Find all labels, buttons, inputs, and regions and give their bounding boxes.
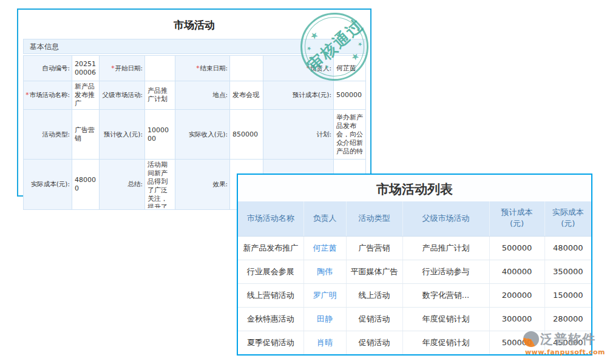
owner-link[interactable]: 何芷茵	[313, 243, 337, 252]
form-row: *市场活动名称: 新产品发布推广 父级市场活动: 产品推广计划 地点: 发布会现…	[24, 81, 366, 110]
header-activity-name: 市场活动名称	[238, 201, 304, 236]
required-mark: *	[25, 91, 29, 98]
actual-cost-label: 实际成本(元):	[24, 160, 72, 210]
vendor-swirl-icon	[523, 331, 539, 347]
actual-cost-cell: 150000	[544, 283, 591, 307]
activity-name-cell: 线上营销活动	[238, 283, 304, 307]
header-owner: 负责人	[304, 201, 346, 236]
required-mark: *	[111, 64, 114, 72]
header-parent-activity: 父级市场活动	[402, 201, 489, 236]
parent-activity-label: 父级市场活动:	[100, 81, 145, 110]
header-activity-type: 活动类型	[346, 201, 402, 236]
owner-cell: 罗广明	[304, 283, 346, 307]
parent-activity-cell: 产品推广计划	[402, 236, 489, 260]
expected-income-value[interactable]: 1000000	[145, 110, 175, 160]
parent-activity-cell: 行业活动参与	[402, 260, 489, 283]
actual-income-value[interactable]: 850000	[230, 110, 263, 160]
effect-label: 效果:	[175, 160, 230, 210]
table-row[interactable]: 新产品发布推广 何芷茵 广告营销 产品推广计划 500000 480000	[238, 236, 591, 260]
activity-type-cell: 线上活动	[346, 283, 402, 307]
required-mark: *	[196, 64, 199, 72]
estimated-cost-cell: 400000	[489, 260, 544, 283]
owner-cell: 田静	[304, 307, 346, 331]
summary-label: 总结:	[100, 160, 145, 210]
auto-number-label: 自动编号:	[24, 56, 72, 81]
actual-cost-cell: 280000	[544, 307, 591, 331]
parent-activity-cell: 年度促销计划	[402, 331, 489, 354]
owner-cell: 肖晴	[304, 331, 346, 354]
summary-value[interactable]: 活动期间新产品得到了广泛关注，提升了品牌	[145, 160, 175, 210]
owner-cell: 陶伟	[304, 260, 346, 283]
expected-income-label: 预计收入(元):	[100, 110, 145, 160]
table-row[interactable]: 行业展会参展 陶伟 平面媒体广告 行业活动参与 400000 350000	[238, 260, 591, 283]
owner-link[interactable]: 田静	[317, 314, 333, 323]
owner-link[interactable]: 罗广明	[313, 291, 337, 300]
list-panel-title: 市场活动列表	[238, 175, 591, 201]
parent-activity-cell: 年度促销计划	[402, 307, 489, 331]
table-row[interactable]: 线上营销活动 罗广明 线上活动 数字化营销... 200000 150000	[238, 283, 591, 307]
actual-cost-cell: 480000	[544, 236, 591, 260]
activity-type-cell: 平面媒体广告	[346, 260, 402, 283]
end-date-label: *结束日期:	[175, 56, 230, 81]
actual-cost-cell: 350000	[544, 260, 591, 283]
owner-link[interactable]: 陶伟	[317, 267, 333, 276]
auto-number-value[interactable]: 2025100006	[72, 56, 100, 81]
estimated-cost-cell: 500000	[489, 236, 544, 260]
header-actual-cost: 实际成本(元)	[544, 201, 591, 236]
activity-type-cell: 促销活动	[346, 331, 402, 354]
end-date-value[interactable]	[230, 56, 263, 81]
activity-type-label: 活动类型:	[24, 110, 72, 160]
table-row[interactable]: 金秋特惠活动 田静 促销活动 年度促销计划 300000 280000	[238, 307, 591, 331]
activity-name-cell: 新产品发布推广	[238, 236, 304, 260]
form-row: 活动类型: 广告营销 预计收入(元): 1000000 实际收入(元): 850…	[24, 110, 366, 160]
estimated-cost-cell: 200000	[489, 283, 544, 307]
owner-cell: 何芷茵	[304, 236, 346, 260]
estimated-cost-label: 预计成本(元):	[263, 81, 334, 110]
estimated-cost-cell: 300000	[489, 307, 544, 331]
activity-name-cell: 夏季促销活动	[238, 331, 304, 354]
screen: 市场活动 基本信息 自动编号: 2025100006 *开始日期: *结束日期:…	[0, 0, 607, 364]
activity-name-value[interactable]: 新产品发布推广	[72, 81, 100, 110]
location-label: 地点:	[175, 81, 230, 110]
parent-activity-cell: 数字化营销...	[402, 283, 489, 307]
actual-income-label: 实际收入(元):	[175, 110, 230, 160]
activity-type-cell: 促销活动	[346, 307, 402, 331]
activity-name-cell: 金秋特惠活动	[238, 307, 304, 331]
table-header-row: 市场活动名称 负责人 活动类型 父级市场活动 预计成本(元) 实际成本(元)	[238, 201, 591, 236]
header-estimated-cost: 预计成本(元)	[489, 201, 544, 236]
plan-value[interactable]: 举办新产品发布会，向公众介绍新产品的特	[334, 110, 366, 160]
parent-activity-value[interactable]: 产品推广计划	[145, 81, 175, 110]
market-activity-list-panel: 市场活动列表 市场活动名称 负责人 活动类型 父级市场活动 预计成本(元) 实际…	[237, 174, 592, 356]
owner-link[interactable]: 肖晴	[317, 338, 333, 347]
estimated-cost-value[interactable]: 500000	[334, 81, 366, 110]
start-date-label: *开始日期:	[100, 56, 145, 81]
activity-name-label: *市场活动名称:	[24, 81, 72, 110]
vendor-url-text: www.fanpusoft.com	[523, 348, 607, 356]
activity-name-cell: 行业展会参展	[238, 260, 304, 283]
actual-cost-value[interactable]: 480000	[72, 160, 100, 210]
location-value[interactable]: 发布会现	[230, 81, 263, 110]
plan-label: 计划:	[263, 110, 334, 160]
start-date-value[interactable]	[145, 56, 175, 81]
activity-type-value[interactable]: 广告营销	[72, 110, 100, 160]
activity-type-cell: 广告营销	[346, 236, 402, 260]
vendor-brand-text: 泛普软件	[540, 331, 596, 348]
vendor-watermark: 泛普软件 www.fanpusoft.com	[523, 331, 607, 356]
